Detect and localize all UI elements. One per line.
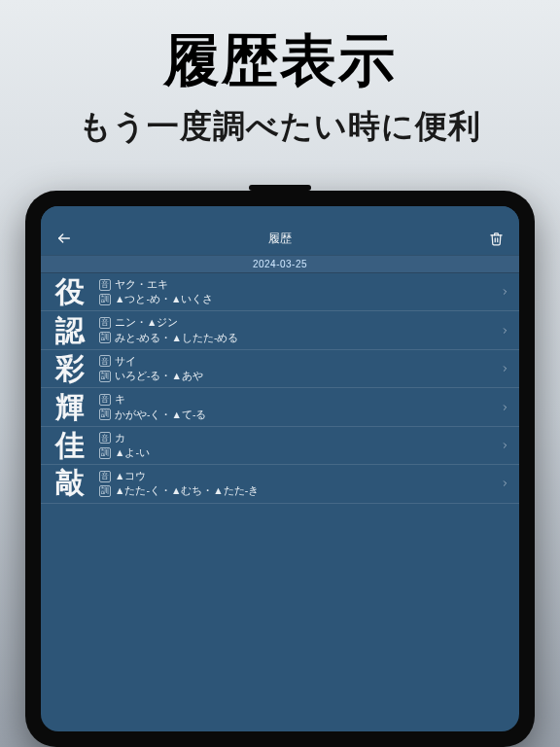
onyomi-text: ヤク・エキ [115, 277, 168, 292]
onyomi-badge: 音 [99, 471, 111, 482]
chevron-right-icon [501, 439, 509, 452]
arrow-left-icon [56, 231, 72, 246]
trash-icon [489, 231, 504, 246]
list-item[interactable]: 彩音サイ訓いろど-る・▲あや [41, 350, 519, 388]
readings-block: 音ニン・▲ジン訓みと-める・▲したた-める [99, 315, 495, 344]
app-screen: 履歴 2024-03-25 役音ヤク・エキ訓▲つと-め・▲いくさ認音ニン・▲ジン… [41, 206, 519, 731]
chevron-right-icon [501, 324, 509, 338]
chevron-right-icon [501, 401, 509, 414]
marketing-hero: 履歴表示 もう一度調べたい時に便利 [0, 0, 560, 149]
status-bar [41, 206, 519, 222]
list-item[interactable]: 敲音▲コウ訓▲たた-く・▲むち・▲たた-き [41, 465, 519, 503]
kunyomi-badge: 訓 [99, 371, 111, 382]
back-button[interactable] [52, 227, 76, 250]
onyomi-badge: 音 [99, 394, 111, 406]
list-item[interactable]: 認音ニン・▲ジン訓みと-める・▲したた-める [41, 311, 519, 349]
kunyomi-text: ▲よ-い [115, 445, 150, 460]
device-camera-notch [249, 185, 311, 191]
onyomi-text: ニン・▲ジン [115, 315, 178, 330]
date-section-header: 2024-03-25 [41, 255, 519, 273]
list-item[interactable]: 輝音キ訓かがや-く・▲て-る [41, 388, 519, 426]
kanji-glyph: 佳 [51, 431, 89, 460]
readings-block: 音▲コウ訓▲たた-く・▲むち・▲たた-き [99, 469, 495, 498]
kanji-glyph: 輝 [51, 393, 89, 422]
kunyomi-badge: 訓 [99, 447, 111, 459]
kanji-glyph: 敲 [51, 469, 89, 498]
list-item[interactable]: 佳音カ訓▲よ-い [41, 427, 519, 465]
kunyomi-badge: 訓 [99, 485, 111, 497]
onyomi-badge: 音 [99, 279, 111, 291]
onyomi-badge: 音 [99, 432, 111, 444]
onyomi-badge: 音 [99, 317, 111, 329]
onyomi-text: カ [115, 431, 125, 445]
readings-block: 音ヤク・エキ訓▲つと-め・▲いくさ [99, 277, 495, 306]
chevron-right-icon [501, 362, 509, 375]
kunyomi-text: ▲たた-く・▲むち・▲たた-き [115, 483, 259, 498]
readings-block: 音サイ訓いろど-る・▲あや [99, 354, 495, 383]
kunyomi-badge: 訓 [99, 294, 111, 305]
hero-subtitle: もう一度調べたい時に便利 [0, 105, 560, 149]
list-item[interactable]: 役音ヤク・エキ訓▲つと-め・▲いくさ [41, 273, 519, 311]
readings-block: 音カ訓▲よ-い [99, 431, 495, 460]
kanji-glyph: 彩 [51, 354, 89, 383]
onyomi-text: キ [115, 392, 125, 407]
kunyomi-badge: 訓 [99, 332, 111, 343]
onyomi-text: ▲コウ [115, 469, 146, 483]
hero-title: 履歴表示 [0, 23, 560, 99]
onyomi-text: サイ [115, 354, 136, 369]
chevron-right-icon [501, 477, 509, 490]
onyomi-badge: 音 [99, 355, 111, 367]
kanji-glyph: 役 [51, 277, 89, 306]
page-title: 履歴 [268, 231, 292, 247]
readings-block: 音キ訓かがや-く・▲て-る [99, 392, 495, 421]
kunyomi-text: いろど-る・▲あや [115, 369, 203, 383]
kunyomi-text: みと-める・▲したた-める [115, 331, 238, 345]
kunyomi-text: ▲つと-め・▲いくさ [115, 292, 213, 306]
history-list: 役音ヤク・エキ訓▲つと-め・▲いくさ認音ニン・▲ジン訓みと-める・▲したた-める… [41, 273, 519, 504]
app-header: 履歴 [41, 222, 519, 255]
delete-button[interactable] [484, 227, 508, 250]
kunyomi-text: かがや-く・▲て-る [115, 408, 206, 422]
chevron-right-icon [501, 285, 509, 299]
kanji-glyph: 認 [51, 316, 89, 345]
tablet-frame: 履歴 2024-03-25 役音ヤク・エキ訓▲つと-め・▲いくさ認音ニン・▲ジン… [25, 191, 535, 747]
kunyomi-badge: 訓 [99, 409, 111, 420]
